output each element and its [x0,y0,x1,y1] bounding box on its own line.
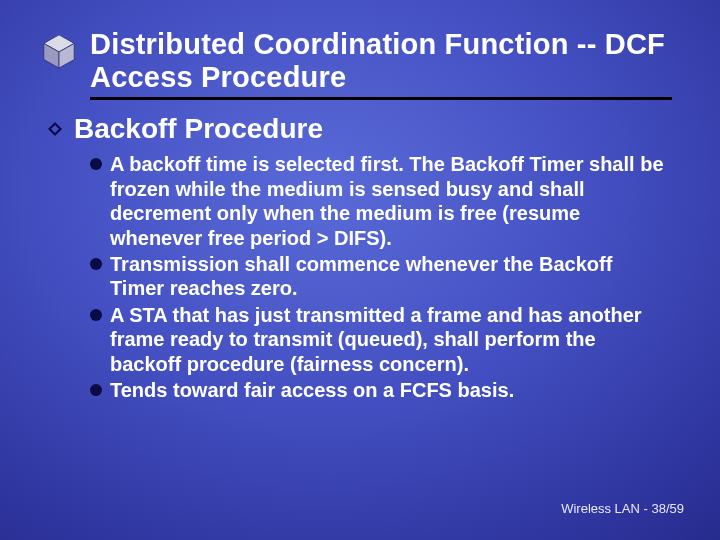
footer-text: Wireless LAN - 38/59 [561,501,684,516]
slide: Distributed Coordination Function -- DCF… [0,0,720,540]
dot-icon [90,384,102,396]
subheading: Backoff Procedure [74,114,323,145]
bullet-list: A backoff time is selected first. The Ba… [46,152,672,402]
bullet-text: A STA that has just transmitted a frame … [110,303,672,376]
dot-icon [90,258,102,270]
list-item: A backoff time is selected first. The Ba… [90,152,672,250]
cube-icon [40,32,78,70]
list-item: Transmission shall commence whenever the… [90,252,672,301]
bullet-text: Transmission shall commence whenever the… [110,252,672,301]
content-area: Backoff Procedure A backoff time is sele… [40,114,672,403]
dot-icon [90,309,102,321]
title-underline [90,97,672,100]
bullet-text: Tends toward fair access on a FCFS basis… [110,378,514,402]
bullet-text: A backoff time is selected first. The Ba… [110,152,672,250]
diamond-icon [46,120,64,138]
title-row: Distributed Coordination Function -- DCF… [40,28,672,100]
list-item: Tends toward fair access on a FCFS basis… [90,378,672,402]
title-block: Distributed Coordination Function -- DCF… [90,28,672,100]
list-item: A STA that has just transmitted a frame … [90,303,672,376]
dot-icon [90,158,102,170]
subheading-row: Backoff Procedure [46,114,672,145]
slide-title: Distributed Coordination Function -- DCF… [90,28,672,95]
